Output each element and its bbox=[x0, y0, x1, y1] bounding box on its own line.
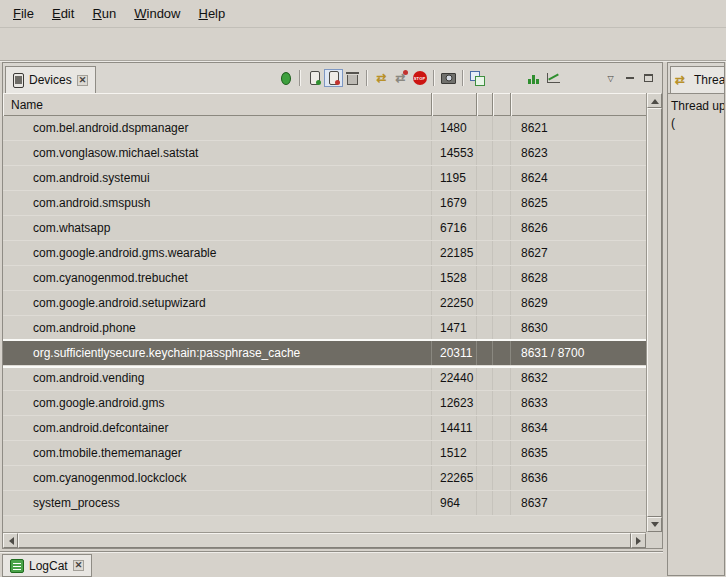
horizontal-scroll-thumb[interactable] bbox=[18, 533, 631, 548]
device-process-row[interactable]: com.bel.android.dspmanager 1480 8621 bbox=[3, 116, 646, 141]
capture-ui-hierarchy-icon[interactable] bbox=[468, 69, 487, 87]
tab-logcat[interactable]: LogCat ✕ bbox=[2, 554, 92, 577]
process-col-extra2 bbox=[493, 216, 511, 240]
device-process-row[interactable]: com.google.android.gms 12623 8633 bbox=[3, 391, 646, 416]
screen-capture-icon[interactable] bbox=[439, 69, 458, 87]
arrow-down-icon bbox=[651, 522, 659, 531]
scroll-left-button[interactable] bbox=[3, 533, 18, 548]
process-pid: 22265 bbox=[432, 466, 477, 490]
menu-help[interactable]: Help bbox=[189, 2, 234, 25]
device-process-row[interactable]: system_process 964 8637 bbox=[3, 491, 646, 516]
process-port: 8624 bbox=[511, 166, 646, 190]
view-menu-icon[interactable] bbox=[601, 69, 620, 87]
cause-gc-icon[interactable] bbox=[343, 69, 362, 87]
column-header-extra1[interactable] bbox=[477, 93, 493, 116]
process-col-extra1 bbox=[477, 191, 493, 215]
process-pid: 1679 bbox=[432, 191, 477, 215]
process-col-extra1 bbox=[477, 116, 493, 140]
scroll-up-button[interactable] bbox=[647, 93, 662, 108]
process-col-extra1 bbox=[477, 166, 493, 190]
menu-run[interactable]: Run bbox=[83, 2, 125, 25]
device-process-row[interactable]: com.whatsapp 6716 8626 bbox=[3, 216, 646, 241]
device-process-row[interactable]: com.cyanogenmod.trebuchet 1528 8628 bbox=[3, 266, 646, 291]
process-name: com.android.phone bbox=[3, 316, 432, 340]
debug-process-icon[interactable] bbox=[276, 69, 295, 87]
logcat-view-bar: LogCat ✕ bbox=[0, 551, 663, 577]
start-sysinfo-icon[interactable] bbox=[544, 69, 563, 87]
process-name: com.android.systemui bbox=[3, 166, 432, 190]
process-pid: 14411 bbox=[432, 416, 477, 440]
device-process-row[interactable]: com.android.systemui 1195 8624 bbox=[3, 166, 646, 191]
process-port: 8627 bbox=[511, 241, 646, 265]
device-process-row[interactable]: com.vonglasow.michael.satstat 14553 8623 bbox=[3, 141, 646, 166]
device-process-row[interactable]: com.android.phone 1471 8630 bbox=[3, 316, 646, 341]
threads-icon bbox=[675, 74, 689, 87]
process-name: com.android.vending bbox=[3, 366, 432, 390]
process-col-extra1 bbox=[477, 266, 493, 290]
scroll-right-button[interactable] bbox=[631, 533, 646, 548]
process-port: 8635 bbox=[511, 441, 646, 465]
update-threads-icon[interactable] bbox=[372, 69, 391, 87]
vertical-scroll-thumb[interactable] bbox=[647, 108, 662, 517]
device-process-row[interactable]: com.google.android.gms.wearable 22185 86… bbox=[3, 241, 646, 266]
process-pid: 1195 bbox=[432, 166, 477, 190]
threads-message-line2: ( bbox=[671, 115, 721, 132]
process-col-extra2 bbox=[493, 316, 511, 340]
column-header-pid[interactable] bbox=[432, 93, 477, 116]
vertical-scrollbar[interactable] bbox=[646, 93, 662, 532]
device-process-row[interactable]: com.google.android.setupwizard 22250 862… bbox=[3, 291, 646, 316]
process-name: com.android.smspush bbox=[3, 191, 432, 215]
device-process-row[interactable]: com.android.defcontainer 14411 8634 bbox=[3, 416, 646, 441]
column-header-port[interactable] bbox=[511, 93, 646, 116]
menu-file[interactable]: File bbox=[4, 2, 43, 25]
device-process-row[interactable]: com.android.smspush 1679 8625 bbox=[3, 191, 646, 216]
process-col-extra2 bbox=[493, 466, 511, 490]
threads-view: Threa Thread up ( bbox=[667, 62, 725, 576]
menu-window[interactable]: Window bbox=[125, 2, 189, 25]
column-header-name[interactable]: Name bbox=[3, 93, 432, 116]
process-name: com.tmobile.thememanager bbox=[3, 441, 432, 465]
device-process-row[interactable]: com.cyanogenmod.lockclock 22265 8636 bbox=[3, 466, 646, 491]
horizontal-scrollbar[interactable] bbox=[3, 532, 646, 548]
dump-hprof-icon[interactable] bbox=[324, 69, 343, 87]
process-col-extra1 bbox=[477, 316, 493, 340]
tab-logcat-label: LogCat bbox=[29, 559, 68, 573]
process-name: system_process bbox=[3, 491, 432, 515]
stop-process-icon[interactable]: STOP bbox=[410, 69, 429, 87]
device-process-row[interactable]: org.sufficientlysecure.keychain:passphra… bbox=[3, 341, 646, 366]
tab-devices[interactable]: Devices ✕ bbox=[5, 66, 96, 93]
process-col-extra2 bbox=[493, 191, 511, 215]
process-pid: 1471 bbox=[432, 316, 477, 340]
process-col-extra1 bbox=[477, 391, 493, 415]
process-col-extra1 bbox=[477, 216, 493, 240]
device-process-row[interactable]: com.tmobile.thememanager 1512 8635 bbox=[3, 441, 646, 466]
start-network-stats-icon[interactable] bbox=[525, 69, 544, 87]
process-col-extra1 bbox=[477, 466, 493, 490]
process-port: 8633 bbox=[511, 391, 646, 415]
tab-logcat-close-icon[interactable]: ✕ bbox=[73, 560, 85, 571]
arrow-right-icon bbox=[636, 537, 645, 545]
process-pid: 20311 bbox=[432, 341, 477, 365]
update-heap-icon[interactable] bbox=[305, 69, 324, 87]
minimize-icon[interactable] bbox=[620, 69, 639, 87]
scroll-down-button[interactable] bbox=[647, 517, 662, 532]
process-col-extra1 bbox=[477, 416, 493, 440]
process-col-extra2 bbox=[493, 141, 511, 165]
tab-devices-close-icon[interactable]: ✕ bbox=[77, 75, 89, 86]
process-col-extra2 bbox=[493, 266, 511, 290]
process-col-extra1 bbox=[477, 241, 493, 265]
tab-threads[interactable]: Threa bbox=[670, 66, 724, 93]
process-name: com.whatsapp bbox=[3, 216, 432, 240]
maximize-icon[interactable] bbox=[639, 69, 658, 87]
tab-devices-label: Devices bbox=[29, 73, 72, 87]
devices-toolbar: STOP bbox=[276, 69, 662, 87]
process-col-extra2 bbox=[493, 116, 511, 140]
process-pid: 1512 bbox=[432, 441, 477, 465]
device-process-row[interactable]: com.android.vending 22440 8632 bbox=[3, 366, 646, 391]
menu-edit[interactable]: Edit bbox=[43, 2, 83, 25]
column-header-extra2[interactable] bbox=[493, 93, 511, 116]
process-port: 8629 bbox=[511, 291, 646, 315]
process-col-extra1 bbox=[477, 341, 493, 365]
main-toolbar bbox=[0, 28, 726, 61]
stop-method-profiling-icon[interactable] bbox=[391, 69, 410, 87]
